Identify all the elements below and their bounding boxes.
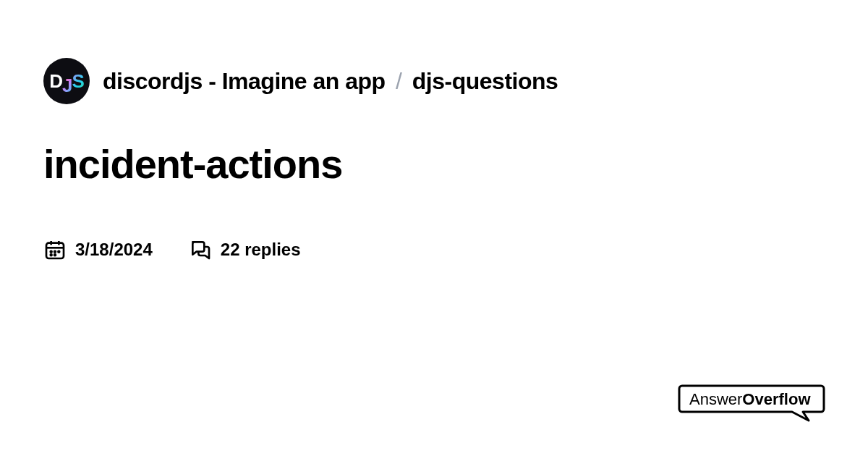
brand-overflow: Overflow: [742, 390, 810, 408]
svg-point-4: [51, 251, 52, 253]
brand-logo: AnswerOverflow: [676, 380, 828, 423]
meta-date: 3/18/2024: [43, 238, 153, 261]
svg-point-6: [58, 251, 59, 253]
breadcrumb-server: discordjs - Imagine an app: [103, 68, 386, 94]
replies-icon: [189, 238, 212, 261]
meta-replies: 22 replies: [189, 238, 301, 261]
breadcrumb-path: discordjs - Imagine an app / djs-questio…: [103, 68, 558, 95]
breadcrumb-channel: djs-questions: [412, 68, 558, 94]
avatar-letter-d: D: [49, 70, 62, 92]
brand-answer: Answer: [689, 390, 742, 408]
breadcrumb-separator: /: [396, 68, 401, 94]
svg-point-8: [54, 254, 56, 256]
server-avatar: DJS: [43, 58, 90, 104]
meta-replies-text: 22 replies: [221, 240, 301, 260]
avatar-letter-s: S: [72, 70, 83, 92]
calendar-icon: [43, 238, 67, 261]
svg-point-7: [51, 254, 52, 256]
page-title: incident-actions: [43, 140, 825, 187]
meta-row: 3/18/2024 22 replies: [43, 238, 825, 261]
meta-date-text: 3/18/2024: [75, 240, 153, 260]
svg-point-5: [54, 251, 56, 253]
brand-text: AnswerOverflow: [689, 390, 811, 409]
avatar-letter-j: J: [62, 75, 72, 96]
breadcrumb: DJS discordjs - Imagine an app / djs-que…: [43, 58, 825, 104]
